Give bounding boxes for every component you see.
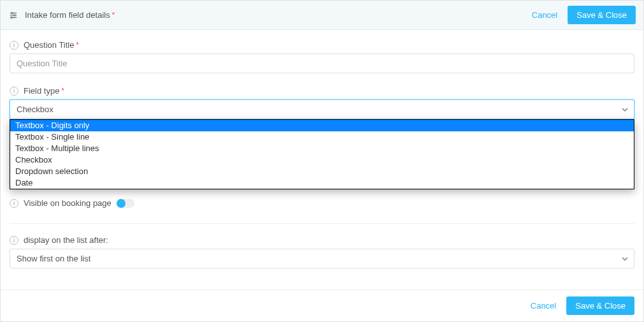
question-title-input[interactable] [10,54,634,73]
required-star: * [76,41,79,48]
field-type-select-wrap: Checkbox [10,99,634,119]
divider [10,223,634,224]
field-type-group: i Field type * Checkbox [10,86,634,119]
question-title-group: i Question Title * [10,40,634,73]
display-after-select[interactable]: Show first on the list [10,249,634,268]
dropdown-option[interactable]: Textbox - Single line [10,131,634,143]
footer-cancel-button[interactable]: Cancel [531,301,556,311]
svg-point-3 [14,14,15,15]
save-close-button[interactable]: Save & Close [568,6,636,24]
footer-save-close-button[interactable]: Save & Close [566,296,634,315]
info-icon: i [10,87,18,96]
required-star: * [112,11,115,18]
info-icon: i [10,199,18,208]
question-title-label: Question Title [24,40,75,50]
info-icon: i [10,236,18,245]
field-type-dropdown: Textbox - Digits only Textbox - Single l… [10,119,634,189]
modal-header: Intake form field details * Cancel Save … [1,1,643,30]
field-type-select[interactable]: Checkbox [10,99,634,119]
visible-booking-label: Visible on booking page [24,198,111,208]
display-after-group: i display on the list after: Show first … [10,235,634,268]
modal-title: Intake form field details [25,10,110,20]
info-icon: i [10,41,18,50]
field-type-label: Field type [24,86,59,96]
dropdown-option[interactable]: Textbox - Digits only [10,120,634,131]
dropdown-option[interactable]: Checkbox [10,154,634,166]
toggle-knob [117,199,125,208]
settings-sliders-icon [8,10,18,20]
dropdown-option[interactable]: Date [10,177,634,189]
required-star: * [61,87,64,94]
svg-point-5 [11,17,12,18]
cancel-button[interactable]: Cancel [532,10,557,20]
display-after-label: display on the list after: [24,235,108,245]
modal-footer: Cancel Save & Close [1,289,643,321]
visible-booking-toggle[interactable] [117,199,134,208]
display-after-select-wrap: Show first on the list [10,249,634,268]
modal-container: Intake form field details * Cancel Save … [0,0,644,322]
visible-booking-group: i Visible on booking page [10,194,634,212]
svg-point-1 [11,12,13,13]
dropdown-option[interactable]: Dropdown selection [10,166,634,177]
dropdown-option[interactable]: Textbox - Multiple lines [10,143,634,154]
